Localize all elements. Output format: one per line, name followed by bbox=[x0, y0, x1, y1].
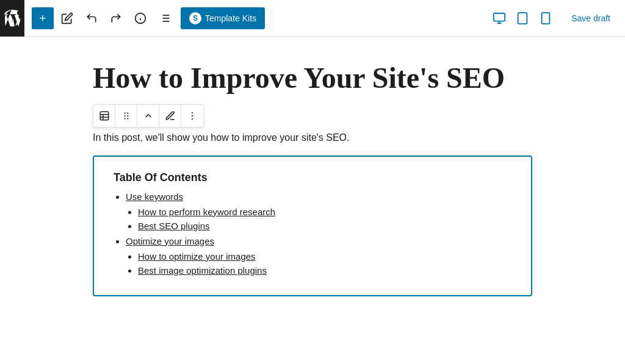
toc-link-how-to-optimize[interactable]: How to optimize your images bbox=[138, 251, 256, 262]
toc-link-seo-plugins[interactable]: Best SEO plugins bbox=[138, 221, 210, 231]
wp-logo[interactable] bbox=[0, 0, 24, 37]
list-view-button[interactable] bbox=[154, 7, 176, 29]
block-type-button[interactable] bbox=[93, 105, 115, 127]
toc-link-use-keywords[interactable]: Use keywords bbox=[126, 191, 183, 202]
move-up-down-button[interactable] bbox=[137, 105, 159, 127]
toc-link-keyword-research[interactable]: How to perform keyword research bbox=[138, 207, 275, 217]
list-item: How to perform keyword research bbox=[138, 207, 511, 217]
list-item: Optimize your images How to optimize you… bbox=[126, 236, 511, 276]
tablet-view-button[interactable] bbox=[511, 7, 533, 29]
svg-point-20 bbox=[124, 113, 125, 114]
template-kits-label: Template Kits bbox=[205, 13, 256, 23]
toc-sublist-images: How to optimize your images Best image o… bbox=[126, 251, 511, 276]
toc-link-optimize-images[interactable]: Optimize your images bbox=[126, 236, 214, 246]
editor-content: How to Improve Your Site's SEO In this p… bbox=[93, 61, 532, 296]
redo-button[interactable] bbox=[105, 7, 127, 29]
drag-handle-button[interactable] bbox=[115, 105, 137, 127]
main-toolbar: S Template Kits Save draft bbox=[0, 0, 625, 37]
svg-point-22 bbox=[124, 115, 125, 116]
list-item: Use keywords How to perform keyword rese… bbox=[126, 191, 511, 231]
svg-rect-9 bbox=[494, 13, 505, 21]
toc-sublist: How to perform keyword research Best SEO… bbox=[126, 207, 511, 231]
transform-button[interactable] bbox=[159, 105, 181, 127]
svg-point-23 bbox=[127, 115, 128, 116]
svg-point-21 bbox=[127, 113, 128, 114]
list-item: How to optimize your images bbox=[138, 251, 511, 262]
undo-button[interactable] bbox=[81, 7, 103, 29]
svg-point-28 bbox=[192, 118, 193, 120]
svg-rect-16 bbox=[100, 112, 109, 120]
template-kits-icon: S bbox=[189, 12, 201, 24]
template-kits-button[interactable]: S Template Kits bbox=[181, 7, 265, 29]
toc-title: Table Of Contents bbox=[114, 171, 511, 184]
post-title[interactable]: How to Improve Your Site's SEO bbox=[93, 61, 532, 95]
svg-point-25 bbox=[127, 118, 128, 120]
block-toolbar bbox=[93, 104, 204, 127]
list-item: Best SEO plugins bbox=[138, 221, 511, 231]
edit-button[interactable] bbox=[56, 7, 78, 29]
svg-point-26 bbox=[192, 112, 193, 113]
toc-list: Use keywords How to perform keyword rese… bbox=[114, 191, 511, 276]
svg-point-24 bbox=[124, 118, 125, 120]
list-item: Best image optimization plugins bbox=[138, 265, 511, 276]
info-button[interactable] bbox=[129, 7, 151, 29]
desktop-view-button[interactable] bbox=[488, 7, 510, 29]
toc-block[interactable]: Table Of Contents Use keywords How to pe… bbox=[93, 155, 532, 296]
svg-point-27 bbox=[192, 115, 193, 116]
editor-area: How to Improve Your Site's SEO In this p… bbox=[0, 37, 625, 364]
more-options-button[interactable] bbox=[181, 105, 203, 127]
device-buttons bbox=[488, 7, 557, 29]
save-draft-button[interactable]: Save draft bbox=[564, 9, 618, 28]
intro-text[interactable]: In this post, we'll show you how to impr… bbox=[93, 130, 532, 146]
mobile-view-button[interactable] bbox=[535, 7, 557, 29]
toc-link-image-plugins[interactable]: Best image optimization plugins bbox=[138, 265, 267, 276]
add-block-button[interactable] bbox=[32, 7, 54, 29]
